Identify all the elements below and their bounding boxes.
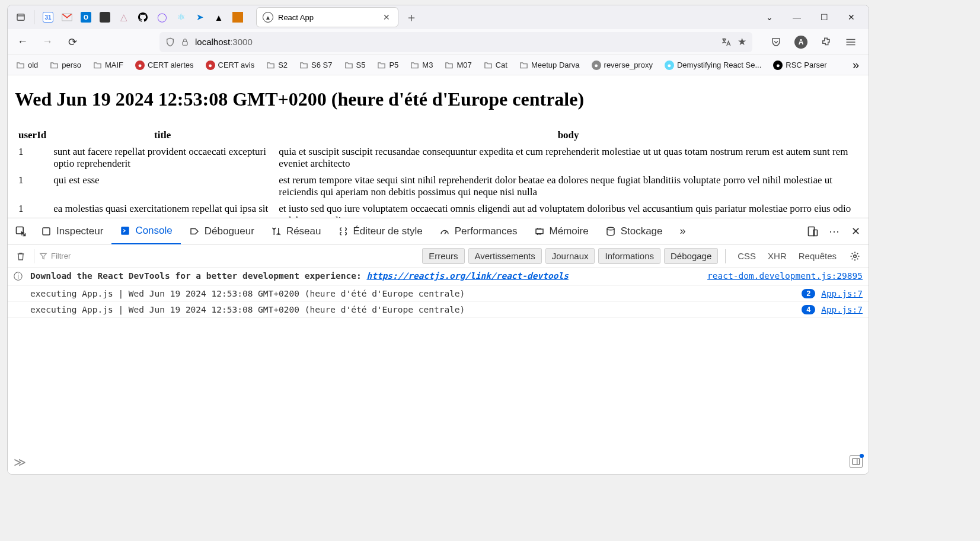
clear-console-icon[interactable] xyxy=(12,248,29,265)
filter-toggle[interactable]: XHR xyxy=(763,249,791,263)
bookmark-item[interactable]: ●CERT alertes xyxy=(132,58,197,72)
calendar-icon[interactable]: 31 xyxy=(43,12,53,23)
bookmark-star-icon[interactable]: ★ xyxy=(738,36,746,48)
filter-chip[interactable]: Journaux xyxy=(545,248,595,264)
recent-tabs-icon[interactable] xyxy=(11,8,30,27)
bookmark-item[interactable]: Cat xyxy=(480,58,511,72)
tab-icon xyxy=(120,225,130,236)
app4-icon[interactable]: ➤ xyxy=(194,12,205,23)
minimize-button[interactable]: ― xyxy=(783,5,810,29)
source-link[interactable]: App.js:7 xyxy=(821,305,863,314)
tab-strip: 31 O △ ◯ ⚛ ➤ ▲ ▲ React App ✕ ＋ ⌄ ― ☐ ✕ xyxy=(8,5,869,29)
folder-icon xyxy=(484,61,493,69)
address-box[interactable]: localhost:3000 ★ xyxy=(159,32,752,52)
folder-icon xyxy=(299,61,308,69)
filter-chip[interactable]: Avertissements xyxy=(468,248,542,264)
element-picker-icon[interactable] xyxy=(11,222,30,241)
cell-userid: 1 xyxy=(15,172,50,201)
bookmark-item[interactable]: P5 xyxy=(374,58,402,72)
devtools-tab-inspecteur[interactable]: Inspecteur xyxy=(33,218,111,244)
bookmark-label: S5 xyxy=(356,61,366,69)
devtools-tab-mmoire[interactable]: Mémoire xyxy=(526,218,597,244)
tab-close-icon[interactable]: ✕ xyxy=(381,12,392,23)
app2-icon[interactable]: △ xyxy=(119,12,129,23)
bookmark-label: P5 xyxy=(389,61,398,69)
devtools-more-tabs-icon[interactable]: » xyxy=(673,222,692,241)
count-badge: 2 xyxy=(802,289,815,298)
console-message: Download the React DevTools for a better… xyxy=(30,271,701,281)
bookmark-item[interactable]: S2 xyxy=(263,58,291,72)
bookmark-label: CERT alertes xyxy=(148,61,194,69)
bookmark-item[interactable]: S5 xyxy=(341,58,369,72)
devtools-menu-icon[interactable]: ⋯ xyxy=(825,222,844,241)
reload-button[interactable]: ⟳ xyxy=(63,33,81,51)
new-tab-button[interactable]: ＋ xyxy=(402,8,421,27)
console-message: executing App.js | Wed Jun 19 2024 12:53… xyxy=(30,305,796,314)
svg-rect-16 xyxy=(853,459,860,464)
react-icon[interactable]: ⚛ xyxy=(175,12,186,23)
close-window-button[interactable]: ✕ xyxy=(838,5,865,29)
bookmark-item[interactable]: old xyxy=(12,58,42,72)
funnel-icon xyxy=(39,252,47,260)
vercel-icon[interactable]: ▲ xyxy=(213,12,224,23)
folder-icon xyxy=(16,61,25,69)
devtools-tab-diteurdestyle[interactable]: Éditeur de style xyxy=(330,218,431,244)
bookmark-item[interactable]: Meetup Darva xyxy=(516,58,583,72)
shield-icon[interactable] xyxy=(165,37,175,47)
console-filter-input[interactable]: Filtrer xyxy=(39,252,146,260)
filter-chip[interactable]: Erreurs xyxy=(422,248,464,264)
tab-label: Console xyxy=(135,225,172,237)
bookmark-item[interactable]: M3 xyxy=(407,58,436,72)
filter-toggle[interactable]: CSS xyxy=(733,249,761,263)
tab-title: React App xyxy=(278,13,376,22)
tabs-dropdown-icon[interactable]: ⌄ xyxy=(756,5,783,29)
devtools-tab-rseau[interactable]: Réseau xyxy=(263,218,330,244)
bookmark-item[interactable]: S6 S7 xyxy=(296,58,336,72)
maximize-button[interactable]: ☐ xyxy=(810,5,838,29)
responsive-mode-icon[interactable] xyxy=(803,222,822,241)
github-icon[interactable] xyxy=(138,12,148,23)
devtools-tab-dbogueur[interactable]: Débogueur xyxy=(181,218,263,244)
account-button[interactable]: A xyxy=(793,34,809,50)
lock-icon[interactable] xyxy=(181,37,189,47)
source-link[interactable]: App.js:7 xyxy=(821,289,863,298)
console-prompt[interactable]: ≫ xyxy=(8,450,869,474)
table-row: 1ea molestias quasi exercitationem repel… xyxy=(15,201,861,218)
console-settings-icon[interactable] xyxy=(846,251,864,262)
cell-body: est rerum tempore vitae sequi sint nihil… xyxy=(275,172,861,201)
filter-chip[interactable]: Débogage xyxy=(664,248,718,264)
bookmark-item[interactable]: ●CERT avis xyxy=(202,58,258,72)
devtools-tab-performances[interactable]: Performances xyxy=(431,218,526,244)
bookmark-item[interactable]: perso xyxy=(46,58,85,72)
outlook-icon[interactable]: O xyxy=(81,12,91,23)
bookmark-item[interactable]: ●reverse_proxy xyxy=(588,58,656,72)
source-link[interactable]: react-dom.development.js:29895 xyxy=(707,271,863,281)
bookmark-item[interactable]: MAIF xyxy=(90,58,127,72)
bookmarks-overflow-icon[interactable]: » xyxy=(848,58,864,72)
tab-label: Débogueur xyxy=(205,225,254,237)
filter-toggle[interactable]: Requêtes xyxy=(794,249,841,263)
gmail-icon[interactable] xyxy=(62,12,72,23)
tab-icon xyxy=(534,226,545,237)
devtools-tab-console[interactable]: Console xyxy=(111,218,180,244)
console-link[interactable]: https://reactjs.org/link/react-devtools xyxy=(366,271,568,281)
cell-body: et iusto sed quo iure voluptatem occaeca… xyxy=(275,201,861,218)
active-tab[interactable]: ▲ React App ✕ xyxy=(256,7,398,27)
extensions-icon[interactable] xyxy=(818,34,834,50)
devtools-close-icon[interactable]: ✕ xyxy=(846,222,865,241)
app5-icon[interactable] xyxy=(232,12,243,23)
bookmark-label: M3 xyxy=(422,61,433,69)
bookmark-item[interactable]: ●RSC Parser xyxy=(770,58,830,72)
app3-icon[interactable]: ◯ xyxy=(157,12,167,23)
translate-icon[interactable] xyxy=(721,37,732,47)
app-menu-icon[interactable] xyxy=(842,34,859,50)
devtools-tab-stockage[interactable]: Stockage xyxy=(597,218,671,244)
bookmark-item[interactable]: ●Demystifying React Se... xyxy=(661,58,765,72)
filter-chip[interactable]: Informations xyxy=(598,248,660,264)
sidebar-toggle-icon[interactable] xyxy=(850,455,863,468)
pocket-icon[interactable] xyxy=(768,34,784,50)
bookmark-item[interactable]: M07 xyxy=(441,58,475,72)
app1-icon[interactable] xyxy=(100,12,110,23)
back-button[interactable]: ← xyxy=(14,33,31,51)
console-filter-chips: ErreursAvertissementsJournauxInformation… xyxy=(422,248,718,264)
